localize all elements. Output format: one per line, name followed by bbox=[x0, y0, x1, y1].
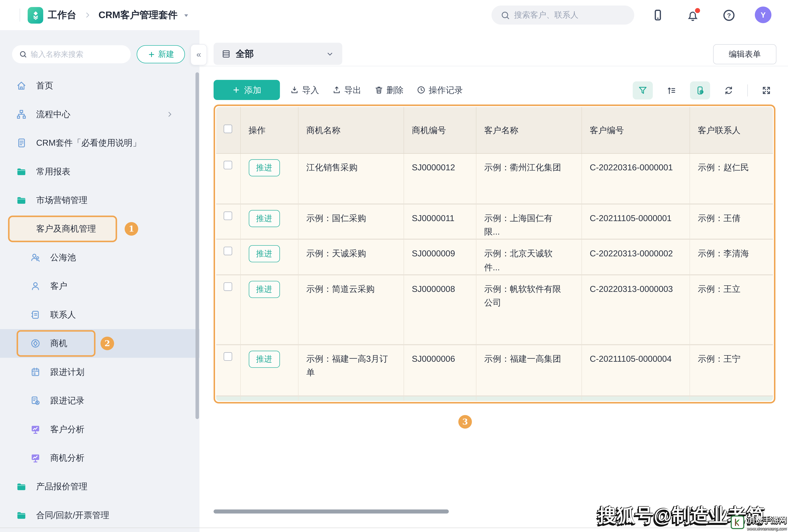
customer-code-cell[interactable]: C-20220313-0000004 bbox=[582, 396, 690, 401]
customer-name-cell[interactable]: 示例：衢州江化集团 bbox=[476, 154, 582, 204]
column-header-5[interactable]: 客户联系人 bbox=[689, 107, 773, 154]
customer-name-cell[interactable]: 示例：帆软软件有限公司 bbox=[476, 275, 582, 344]
opportunity-name-cell[interactable]: 示例：晨光文具设备... bbox=[298, 396, 403, 401]
sidebar-item-label: 市场营销管理 bbox=[36, 194, 87, 206]
op-log-button[interactable]: 操作记录 bbox=[416, 84, 463, 96]
customer-contact-cell[interactable]: 示例：赵仁民 bbox=[689, 154, 773, 204]
customer-code-cell[interactable]: C-20220316-0000001 bbox=[582, 154, 690, 204]
column-header-0[interactable]: 操作 bbox=[240, 107, 298, 154]
sidebar-item-1[interactable]: 流程中心 bbox=[0, 100, 199, 129]
sidebar-item-7[interactable]: 客户 bbox=[0, 272, 199, 300]
customer-name-cell[interactable]: 示例：北京天诚软件... bbox=[476, 239, 582, 275]
sidebar-item-10[interactable]: 跟进计划 bbox=[0, 358, 199, 386]
column-header-3[interactable]: 客户名称 bbox=[476, 107, 582, 154]
customer-contact-cell[interactable]: 示例：王倩 bbox=[689, 204, 773, 239]
breadcrumb-current[interactable]: CRM客户管理套件 bbox=[98, 8, 177, 22]
edit-form-button[interactable]: 编辑表单 bbox=[713, 44, 776, 64]
global-search-input[interactable]: 搜索客户、联系人 bbox=[491, 5, 634, 25]
sidebar-item-label: 跟进记录 bbox=[50, 395, 84, 407]
refresh-button[interactable] bbox=[718, 81, 739, 99]
sidebar-item-5[interactable]: 客户及商机管理1 bbox=[0, 215, 199, 243]
folder-icon bbox=[16, 195, 26, 205]
sidebar-collapse-button[interactable]: « bbox=[191, 44, 207, 65]
user-avatar[interactable]: Y bbox=[755, 6, 771, 23]
new-button[interactable]: 新建 bbox=[137, 45, 185, 63]
folder-icon bbox=[16, 510, 26, 520]
opportunity-name-cell[interactable]: 示例：国仁采购 bbox=[298, 204, 403, 239]
sidebar-item-14[interactable]: 产品报价管理 bbox=[0, 472, 199, 501]
sidebar-item-4[interactable]: 市场营销管理 bbox=[0, 186, 199, 214]
customer-code-cell[interactable]: C-20220313-0000003 bbox=[582, 275, 690, 344]
top-bar: 工作台 CRM客户管理套件 搜索客户、联系人 ? Y bbox=[0, 0, 788, 31]
advance-button[interactable]: 推进 bbox=[249, 210, 279, 227]
row-action-cell: 推进 bbox=[240, 275, 298, 344]
search-icon bbox=[500, 10, 510, 20]
opportunity-name-cell[interactable]: 江化销售采购 bbox=[298, 154, 403, 204]
advance-button[interactable]: 推进 bbox=[249, 351, 279, 368]
customer-contact-cell[interactable]: 示例：李清海 bbox=[689, 239, 773, 275]
advance-button[interactable]: 推进 bbox=[249, 159, 279, 177]
delete-button[interactable]: 删除 bbox=[374, 84, 404, 96]
sidebar-item-12[interactable]: 客户分析 bbox=[0, 415, 199, 444]
import-button[interactable]: 导入 bbox=[290, 84, 319, 96]
opportunity-code-cell[interactable]: SJ0000012 bbox=[403, 154, 476, 204]
select-all-checkbox[interactable] bbox=[224, 124, 232, 133]
customer-contact-cell[interactable]: 示例：王宁 bbox=[689, 344, 773, 396]
horizontal-scrollbar[interactable] bbox=[214, 510, 449, 513]
customer-contact-cell[interactable]: 示例：王立 bbox=[689, 275, 773, 344]
breadcrumb-caret-down-icon[interactable] bbox=[182, 11, 190, 19]
opportunity-name-cell[interactable]: 示例：简道云采购 bbox=[298, 275, 403, 344]
export-button[interactable]: 导出 bbox=[332, 84, 361, 96]
customer-code-cell[interactable]: C-20211105-0000004 bbox=[582, 344, 690, 396]
app-logo[interactable] bbox=[27, 7, 43, 23]
row-checkbox[interactable] bbox=[224, 352, 232, 360]
view-selector[interactable]: 全部 bbox=[214, 43, 342, 65]
column-header-4[interactable]: 客户编号 bbox=[582, 107, 690, 154]
sidebar-item-8[interactable]: 联系人 bbox=[0, 300, 199, 329]
customer-code-cell[interactable]: C-20211105-0000001 bbox=[582, 204, 690, 239]
opportunity-name-cell[interactable]: 示例：福建一高3月订单 bbox=[298, 344, 403, 396]
sidebar-item-11[interactable]: 跟进记录 bbox=[0, 387, 199, 415]
topbar-divider bbox=[20, 8, 20, 22]
row-checkbox[interactable] bbox=[224, 212, 232, 220]
advance-button[interactable]: 推进 bbox=[249, 245, 279, 262]
notification-bell-icon[interactable] bbox=[686, 9, 699, 22]
opportunity-code-cell[interactable]: SJ0000011 bbox=[403, 204, 476, 239]
sidebar-search-input[interactable]: 输入名称来搜索 bbox=[12, 45, 131, 63]
opportunity-code-cell[interactable]: SJ0000008 bbox=[403, 275, 476, 344]
sidebar-item-3[interactable]: 常用报表 bbox=[0, 157, 199, 186]
customer-contact-cell[interactable]: 示例：刘晨 bbox=[689, 396, 773, 401]
sort-button[interactable] bbox=[661, 81, 682, 99]
customer-name-cell[interactable]: 示例：上海国仁有限... bbox=[476, 204, 582, 239]
sidebar-item-2[interactable]: CRM套件「必看使用说明」 bbox=[0, 129, 199, 157]
row-checkbox[interactable] bbox=[224, 161, 232, 169]
column-header-label: 客户编号 bbox=[590, 125, 624, 135]
filter-button[interactable] bbox=[633, 81, 653, 99]
help-icon[interactable]: ? bbox=[723, 9, 735, 22]
column-header-1[interactable]: 商机名称 bbox=[298, 107, 403, 154]
customer-code-cell[interactable]: C-20220313-0000002 bbox=[582, 239, 690, 275]
sidebar-item-6[interactable]: 公海池 bbox=[0, 243, 199, 272]
folder-icon bbox=[16, 166, 26, 177]
sidebar-scrollbar[interactable] bbox=[195, 72, 199, 419]
sidebar-item-13[interactable]: 商机分析 bbox=[0, 444, 199, 472]
record-settings-button[interactable] bbox=[690, 81, 710, 99]
row-checkbox[interactable] bbox=[224, 247, 232, 256]
opportunity-code-cell[interactable]: SJ0000006 bbox=[403, 344, 476, 396]
sidebar-item-0[interactable]: 首页 bbox=[0, 72, 199, 100]
fullscreen-button[interactable] bbox=[756, 81, 776, 99]
column-header-2[interactable]: 商机编号 bbox=[403, 107, 476, 154]
workspace-title[interactable]: 工作台 bbox=[48, 8, 76, 22]
opportunity-name-cell[interactable]: 示例：天诚采购 bbox=[298, 239, 403, 275]
mobile-device-icon[interactable] bbox=[652, 9, 664, 21]
sidebar-item-15[interactable]: 合同/回款/开票管理 bbox=[0, 501, 199, 530]
customer-name-cell[interactable]: 示例：福建一高集团 bbox=[476, 344, 582, 396]
column-header-label: 客户联系人 bbox=[698, 125, 741, 135]
opportunity-code-cell[interactable]: SJ0000009 bbox=[403, 239, 476, 275]
sidebar-item-9[interactable]: 商机2 bbox=[0, 329, 199, 358]
add-button[interactable]: 添加 bbox=[214, 80, 280, 100]
opportunity-code-cell[interactable]: SJ0000004 bbox=[403, 396, 476, 401]
customer-name-cell[interactable]: 示例：浙江晨光文具... bbox=[476, 396, 582, 401]
row-checkbox[interactable] bbox=[224, 282, 232, 291]
advance-button[interactable]: 推进 bbox=[249, 281, 279, 298]
